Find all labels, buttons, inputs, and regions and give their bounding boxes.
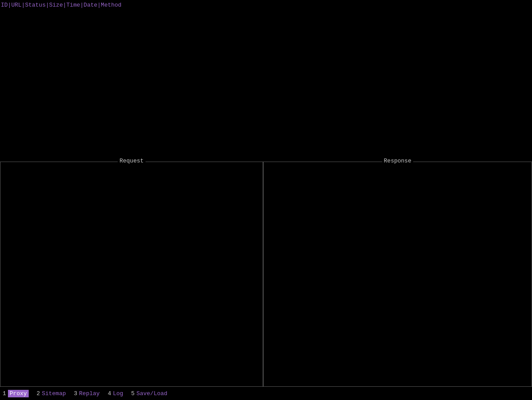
nav-number-1: 1 xyxy=(3,390,6,397)
nav-replay[interactable]: Replay xyxy=(79,390,100,397)
col-url-header[interactable]: URL xyxy=(11,2,21,8)
request-panel-content[interactable] xyxy=(0,162,263,386)
sep-4: | xyxy=(63,2,66,8)
response-panel-label: Response xyxy=(382,158,413,164)
sep-1: | xyxy=(8,2,11,8)
nav-log[interactable]: Log xyxy=(113,390,123,397)
sep-2: | xyxy=(22,2,25,8)
nav-item-replay: 3 Replay xyxy=(74,390,100,397)
nav-item-sitemap: 2 Sitemap xyxy=(37,390,66,397)
main-table-area xyxy=(0,10,532,162)
col-date-header[interactable]: Date xyxy=(83,2,97,8)
nav-item-saveload: 5 Save/Load xyxy=(131,390,167,397)
nav-proxy[interactable]: Proxy xyxy=(8,390,29,397)
col-method-header[interactable]: Method xyxy=(101,2,121,8)
col-status-header[interactable]: Status xyxy=(25,2,46,8)
nav-item-log: 4 Log xyxy=(108,390,123,397)
nav-saveload[interactable]: Save/Load xyxy=(136,390,167,397)
sep-5: | xyxy=(80,2,84,8)
request-panel-label: Request xyxy=(118,158,146,164)
response-panel-content[interactable] xyxy=(264,162,532,386)
panels-area: Request Response xyxy=(0,162,532,387)
nav-sitemap[interactable]: Sitemap xyxy=(42,390,66,397)
nav-number-2: 2 xyxy=(37,390,40,397)
col-id-header[interactable]: ID xyxy=(1,2,8,8)
col-size-header[interactable]: Size xyxy=(49,2,63,8)
nav-number-3: 3 xyxy=(74,390,77,397)
nav-item-proxy: 1 Proxy xyxy=(3,390,29,397)
nav-number-5: 5 xyxy=(131,390,135,397)
bottom-nav: 1 Proxy 2 Sitemap 3 Replay 4 Log 5 Save/… xyxy=(0,387,532,400)
col-time-header[interactable]: Time xyxy=(66,2,80,8)
response-panel: Response xyxy=(263,162,532,387)
sep-6: | xyxy=(98,2,101,8)
request-panel: Request xyxy=(0,162,263,387)
table-header: ID | URL | Status | Size | Time | Date |… xyxy=(0,0,532,10)
nav-number-4: 4 xyxy=(108,390,111,397)
sep-3: | xyxy=(45,2,49,8)
